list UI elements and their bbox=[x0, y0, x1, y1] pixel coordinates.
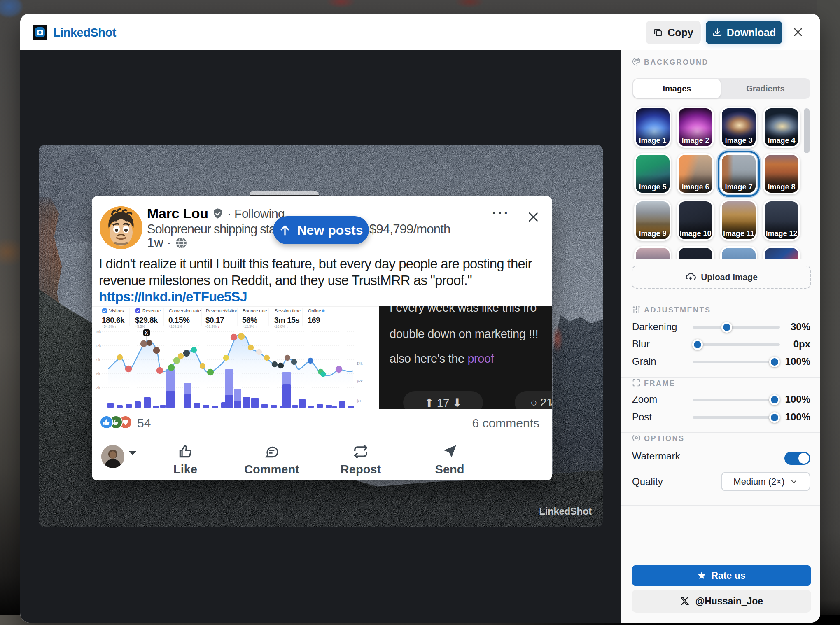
svg-text:6k: 6k bbox=[96, 372, 100, 376]
svg-text:12k: 12k bbox=[95, 344, 101, 348]
svg-text:Revenue/visitor: Revenue/visitor bbox=[206, 308, 237, 313]
svg-text:0.15%: 0.15% bbox=[168, 316, 190, 324]
svg-text:$0.17: $0.17 bbox=[205, 316, 224, 324]
svg-text:Conversion rate: Conversion rate bbox=[169, 308, 201, 313]
svg-text:56%: 56% bbox=[242, 316, 257, 324]
svg-text:X: X bbox=[145, 330, 148, 336]
svg-text:+54.8% ↑: +54.8% ↑ bbox=[102, 324, 117, 329]
svg-text:-16.8% ↓: -16.8% ↓ bbox=[274, 324, 288, 329]
svg-text:15k: 15k bbox=[95, 330, 101, 334]
svg-text:Online: Online bbox=[308, 308, 321, 313]
svg-text:+5.5% ↑: +5.5% ↑ bbox=[135, 324, 148, 329]
svg-text:Revenue: Revenue bbox=[142, 308, 161, 313]
svg-text:$29.8k: $29.8k bbox=[135, 316, 158, 324]
svg-text:3m 15s: 3m 15s bbox=[274, 316, 299, 324]
svg-text:9k: 9k bbox=[96, 358, 100, 362]
svg-text:180.6k: 180.6k bbox=[102, 316, 125, 324]
svg-text:$2k: $2k bbox=[357, 379, 363, 383]
svg-text:$0: $0 bbox=[357, 399, 361, 403]
svg-text:Session time: Session time bbox=[275, 308, 301, 313]
svg-text:+189.1% ↑: +189.1% ↑ bbox=[168, 324, 185, 329]
svg-text:Visitors: Visitors bbox=[109, 308, 124, 313]
svg-text:Bounce rate: Bounce rate bbox=[243, 308, 267, 313]
svg-text:$4k: $4k bbox=[357, 361, 363, 366]
svg-text:169: 169 bbox=[308, 316, 320, 324]
svg-text:3k: 3k bbox=[96, 386, 100, 390]
svg-text:+12.3% ↑: +12.3% ↑ bbox=[242, 324, 257, 329]
svg-text:-31.9% ↓: -31.9% ↓ bbox=[205, 324, 219, 329]
